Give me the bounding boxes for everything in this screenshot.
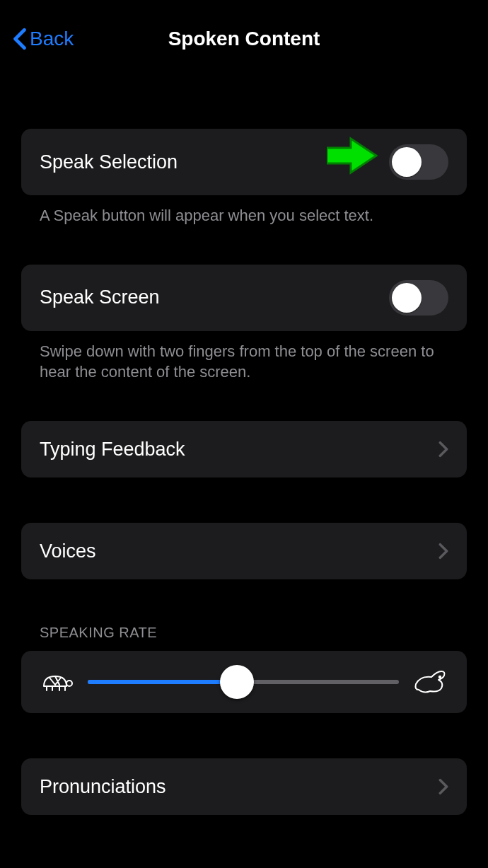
pronunciations-label: Pronunciations [40, 776, 166, 798]
navbar: Back Spoken Content [0, 0, 488, 78]
speak-selection-footer: A Speak button will appear when you sele… [21, 195, 467, 226]
page-title: Spoken Content [168, 28, 320, 50]
speak-screen-toggle[interactable] [389, 280, 448, 316]
svg-point-1 [66, 681, 72, 686]
row-typing-feedback[interactable]: Typing Feedback [21, 421, 467, 478]
toggle-knob [392, 147, 422, 177]
row-speaking-rate [21, 651, 467, 713]
tortoise-icon [40, 669, 74, 695]
toggle-knob [392, 283, 422, 313]
voices-label: Voices [40, 540, 96, 562]
svg-point-2 [439, 676, 441, 678]
chevron-right-icon [438, 778, 448, 795]
speaking-rate-slider[interactable] [88, 665, 399, 699]
speak-selection-label: Speak Selection [40, 151, 178, 173]
row-voices[interactable]: Voices [21, 523, 467, 579]
rabbit-icon [413, 669, 448, 695]
chevron-left-icon [13, 28, 27, 50]
typing-feedback-label: Typing Feedback [40, 439, 185, 461]
slider-thumb [220, 665, 254, 699]
chevron-right-icon [438, 441, 448, 458]
row-speak-selection[interactable]: Speak Selection [21, 129, 467, 195]
speak-screen-label: Speak Screen [40, 287, 160, 308]
speaking-rate-header: SPEAKING RATE [21, 625, 467, 651]
speak-screen-footer: Swipe down with two fingers from the top… [21, 331, 467, 383]
row-pronunciations[interactable]: Pronunciations [21, 758, 467, 815]
row-speak-screen[interactable]: Speak Screen [21, 265, 467, 331]
back-label: Back [30, 28, 74, 50]
chevron-right-icon [438, 543, 448, 560]
back-button[interactable]: Back [13, 0, 74, 78]
speak-selection-toggle[interactable] [389, 144, 448, 180]
slider-fill [88, 680, 237, 684]
